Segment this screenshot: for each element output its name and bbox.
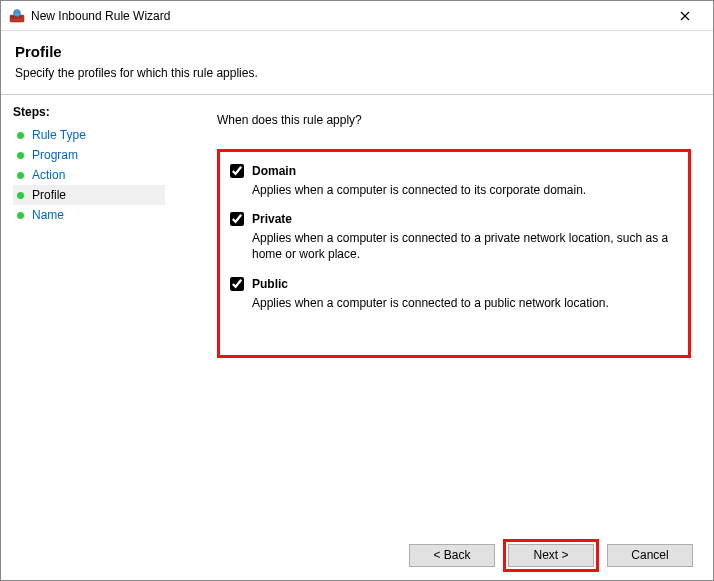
step-action[interactable]: Action [13,165,165,185]
step-name[interactable]: Name [13,205,165,225]
window-title: New Inbound Rule Wizard [31,9,665,23]
option-label-private: Private [252,212,292,226]
option-desc-domain: Applies when a computer is connected to … [252,182,678,198]
step-profile[interactable]: Profile [13,185,165,205]
cancel-button[interactable]: Cancel [607,544,693,567]
step-label[interactable]: Rule Type [32,128,86,142]
step-bullet-icon [17,212,24,219]
step-program[interactable]: Program [13,145,165,165]
wizard-header: Profile Specify the profiles for which t… [1,31,713,95]
option-label-domain: Domain [252,164,296,178]
steps-sidebar: Steps: Rule TypeProgramActionProfileName [1,95,177,531]
profile-option-public: PublicApplies when a computer is connect… [230,277,678,311]
highlight-next: Next > [503,539,599,572]
page-subtitle: Specify the profiles for which this rule… [15,66,699,80]
svg-rect-1 [11,16,14,19]
svg-rect-3 [19,16,22,19]
checkbox-public[interactable] [230,277,244,291]
next-button[interactable]: Next > [508,544,594,567]
app-icon [9,8,25,24]
back-button[interactable]: < Back [409,544,495,567]
option-desc-private: Applies when a computer is connected to … [252,230,678,262]
step-bullet-icon [17,172,24,179]
highlight-options-box: DomainApplies when a computer is connect… [217,149,691,358]
profile-question: When does this rule apply? [217,113,691,127]
option-label-public: Public [252,277,288,291]
step-rule-type[interactable]: Rule Type [13,125,165,145]
step-bullet-icon [17,152,24,159]
step-label[interactable]: Action [32,168,65,182]
step-label[interactable]: Profile [32,188,66,202]
checkbox-domain[interactable] [230,164,244,178]
steps-heading: Steps: [13,105,165,119]
wizard-content: When does this rule apply? DomainApplies… [177,95,713,531]
page-title: Profile [15,43,699,60]
step-label[interactable]: Name [32,208,64,222]
checkbox-private[interactable] [230,212,244,226]
step-bullet-icon [17,132,24,139]
option-desc-public: Applies when a computer is connected to … [252,295,678,311]
profile-option-domain: DomainApplies when a computer is connect… [230,164,678,198]
wizard-footer: < Back Next > Cancel [1,530,713,580]
titlebar: New Inbound Rule Wizard [1,1,713,31]
close-icon[interactable] [665,2,705,30]
step-bullet-icon [17,192,24,199]
profile-option-private: PrivateApplies when a computer is connec… [230,212,678,262]
step-label[interactable]: Program [32,148,78,162]
